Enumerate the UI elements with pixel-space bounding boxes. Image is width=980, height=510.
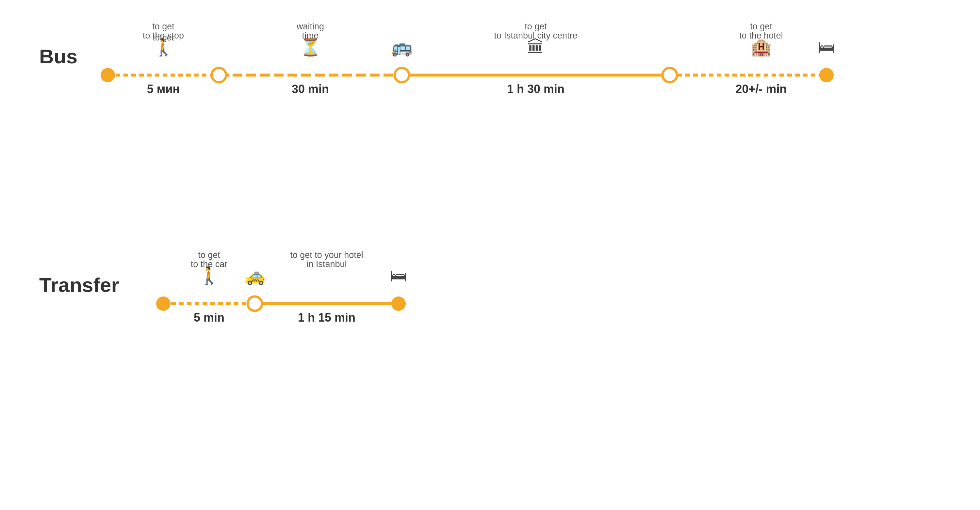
bus-stop-label-line2: to the stop <box>143 31 184 40</box>
node-t-car <box>248 297 262 311</box>
t-time-1: 5 min <box>194 311 224 324</box>
transfer-label: Transfer <box>39 273 119 297</box>
bus-label: Bus <box>39 45 78 68</box>
bus-vehicle-icon: 🚌 <box>391 37 412 57</box>
bus-time-4: 20+/- min <box>735 82 787 96</box>
node-bus-city <box>662 68 677 82</box>
t-time-2: 1 h 15 min <box>298 311 355 324</box>
node-bus-start <box>100 68 115 82</box>
hotel-label-line2: to the hotel <box>739 31 783 40</box>
transfer-timeline: 🚶 🚕 🛏 to get to the car to get to your h… <box>163 268 490 359</box>
bed-icon: 🛏 <box>818 38 835 57</box>
node-bus-stop <box>212 68 226 82</box>
node-t-hotel <box>391 297 406 311</box>
city-label-line2: to Istanbul city centre <box>494 31 577 40</box>
bus-time-1: 5 мин <box>147 82 180 96</box>
node-bus-hotel <box>819 68 834 82</box>
bus-time-3: 1 h 30 min <box>507 82 565 96</box>
t-bed-icon: 🛏 <box>390 266 407 285</box>
t-car-label-line1: to get <box>198 250 220 260</box>
t-car-label-line2: to the car <box>191 259 228 269</box>
t-hotel-label-line2: in Istanbul <box>306 259 347 269</box>
waiting-label-line1: waiting <box>296 22 324 31</box>
t-hotel-label-line1: to get to your hotel <box>290 250 363 260</box>
bus-timeline: 🚶 to get ⏳ 🚌 🏛 🏨 🛏 to get to the stop wa… <box>108 39 941 130</box>
hotel-label-line1: to get <box>750 22 772 31</box>
bus-stop-label-line1: to get <box>152 22 175 31</box>
waiting-label-line2: time <box>302 31 318 40</box>
node-t-start <box>156 297 170 311</box>
city-label-line1: to get <box>525 22 547 31</box>
node-bus-busstop <box>395 68 409 82</box>
t-car-icon: 🚕 <box>244 265 266 286</box>
diagram-container: Bus 🚶 to get <box>0 0 980 510</box>
bus-time-2: 30 min <box>292 82 329 96</box>
